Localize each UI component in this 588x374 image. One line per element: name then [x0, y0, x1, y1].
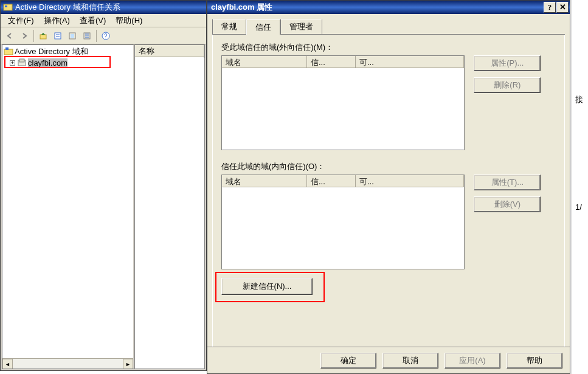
- tree-domain-label: clayfbi.com: [28, 58, 67, 68]
- mmc-body: Active Directory 域和 + clayfbi.com ◄ ►: [2, 44, 205, 369]
- tab-managed[interactable]: 管理者: [280, 19, 322, 34]
- scroll-track[interactable]: [13, 359, 123, 369]
- toolbar-divider: [33, 30, 34, 42]
- dialog-buttons: 确定 取消 应用(A) 帮助: [207, 347, 570, 373]
- scroll-left-icon[interactable]: ◄: [2, 359, 13, 369]
- mmc-window: Active Directory 域和信任关系 文件(F) 操作(A) 查看(V…: [0, 0, 207, 371]
- bg-text: 1/: [575, 203, 582, 212]
- tree-pane[interactable]: Active Directory 域和 + clayfbi.com ◄ ►: [2, 44, 134, 369]
- tree-root-node[interactable]: Active Directory 域和: [4, 46, 133, 57]
- svg-text:?: ?: [104, 33, 108, 40]
- svg-rect-15: [5, 47, 9, 50]
- toolbar-divider: [96, 30, 97, 42]
- svg-rect-7: [71, 34, 74, 38]
- cancel-button[interactable]: 取消: [382, 353, 438, 369]
- close-button[interactable]: ✕: [556, 2, 569, 13]
- outgoing-properties-button[interactable]: 属性(P)...: [474, 55, 541, 71]
- new-trust-row: 新建信任(N)...: [221, 278, 556, 295]
- domain-icon: [17, 58, 27, 68]
- outgoing-list-header: 域名 信... 可...: [222, 56, 464, 68]
- incoming-buttons: 属性(T)... 删除(V): [474, 175, 541, 218]
- mmc-titlebar: Active Directory 域和信任关系: [1, 1, 206, 14]
- col-domain[interactable]: 域名: [222, 175, 307, 187]
- col-transitive[interactable]: 可...: [356, 175, 464, 187]
- ad-root-icon: [4, 47, 13, 57]
- help-button[interactable]: ?: [544, 2, 556, 13]
- scroll-right-icon[interactable]: ►: [123, 359, 133, 369]
- properties-icon[interactable]: [51, 29, 64, 43]
- bg-text: 接: [575, 94, 583, 105]
- help-icon[interactable]: ?: [99, 29, 112, 43]
- col-transitive[interactable]: 可...: [356, 56, 464, 68]
- background-window: [572, 0, 588, 374]
- mmc-title: Active Directory 域和信任关系: [15, 2, 120, 13]
- horizontal-scrollbar[interactable]: ◄ ►: [2, 358, 133, 369]
- col-domain[interactable]: 域名: [222, 56, 307, 68]
- list-header: 名称: [135, 45, 204, 57]
- list-pane[interactable]: 名称: [134, 44, 205, 369]
- outgoing-trusts-list[interactable]: 域名 信... 可...: [221, 55, 465, 150]
- properties-dialog: clayfbi.com 属性 ? ✕ 常规 信任 管理者 受此域信任的域(外向信…: [207, 0, 570, 374]
- incoming-label: 信任此域的域(内向信任)(O)：: [221, 161, 556, 172]
- svg-rect-3: [55, 33, 61, 39]
- svg-rect-14: [4, 49, 13, 55]
- incoming-list-header: 域名 信... 可...: [222, 175, 464, 187]
- col-name[interactable]: 名称: [135, 44, 204, 58]
- incoming-trusts-list[interactable]: 域名 信... 可...: [221, 175, 465, 269]
- back-button[interactable]: [3, 29, 16, 43]
- incoming-properties-button[interactable]: 属性(T)...: [474, 175, 541, 190]
- refresh-icon[interactable]: [80, 29, 94, 43]
- trusts-panel: 受此域信任的域(外向信任)(M)： 域名 信... 可... 属性(P)... …: [212, 35, 565, 351]
- tab-general[interactable]: 常规: [212, 19, 246, 34]
- svg-rect-1: [5, 5, 7, 7]
- col-trust-type[interactable]: 信...: [307, 56, 356, 68]
- dialog-title: clayfbi.com 属性: [211, 2, 272, 13]
- outgoing-remove-button[interactable]: 删除(R): [474, 77, 541, 93]
- expand-icon[interactable]: +: [10, 60, 15, 66]
- export-icon[interactable]: [66, 29, 79, 43]
- tree-root-label: Active Directory 域和: [15, 46, 88, 57]
- forward-button[interactable]: [18, 29, 31, 43]
- menu-file[interactable]: 文件(F): [3, 14, 39, 27]
- up-icon[interactable]: [36, 29, 50, 43]
- outgoing-buttons: 属性(P)... 删除(R): [474, 55, 541, 99]
- tabstrip: 常规 信任 管理者: [212, 19, 565, 35]
- menu-view[interactable]: 查看(V): [75, 14, 111, 27]
- tab-trusts[interactable]: 信任: [246, 19, 280, 35]
- incoming-section: 信任此域的域(内向信任)(O)： 域名 信... 可... 属性(T)... 删…: [221, 161, 556, 269]
- outgoing-label: 受此域信任的域(外向信任)(M)：: [221, 42, 556, 53]
- tree-domain-node[interactable]: + clayfbi.com: [4, 57, 133, 68]
- tree-root-container: Active Directory 域和 + clayfbi.com: [2, 45, 133, 68]
- title-buttons: ? ✕: [544, 2, 569, 13]
- svg-rect-2: [40, 35, 46, 39]
- svg-rect-17: [19, 59, 24, 62]
- menu-help[interactable]: 帮助(H): [111, 14, 147, 27]
- menu-action[interactable]: 操作(A): [39, 14, 75, 27]
- col-trust-type[interactable]: 信...: [307, 175, 356, 187]
- new-trust-button[interactable]: 新建信任(N)...: [221, 278, 313, 295]
- dialog-titlebar: clayfbi.com 属性 ? ✕: [207, 1, 570, 14]
- menubar: 文件(F) 操作(A) 查看(V) 帮助(H): [1, 14, 206, 27]
- ok-button[interactable]: 确定: [320, 353, 376, 369]
- help-button[interactable]: 帮助: [507, 353, 562, 369]
- incoming-remove-button[interactable]: 删除(V): [474, 196, 541, 212]
- apply-button[interactable]: 应用(A): [444, 353, 500, 369]
- toolbar: ?: [1, 27, 206, 44]
- app-icon: [3, 2, 13, 12]
